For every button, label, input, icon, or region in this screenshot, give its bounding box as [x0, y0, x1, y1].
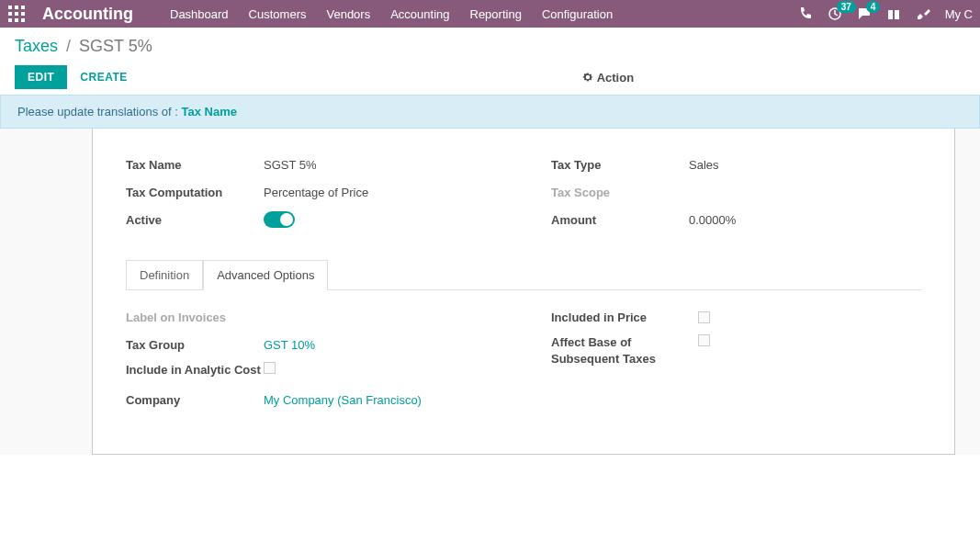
included-price-label: Included in Price	[551, 311, 698, 324]
included-price-checkbox[interactable]	[698, 311, 710, 323]
field-tax-type: Tax Type Sales	[551, 154, 921, 175]
tax-name-label: Tax Name	[126, 158, 264, 172]
field-tax-group: Tax Group GST 10%	[126, 334, 496, 355]
field-company: Company My Company (San Francisco)	[126, 390, 496, 410]
messages-badge: 4	[866, 1, 881, 13]
active-label: Active	[126, 213, 264, 227]
action-label: Action	[597, 71, 634, 85]
alert-link[interactable]: Tax Name	[182, 105, 237, 119]
tabs: Definition Advanced Options	[126, 259, 921, 290]
svg-rect-0	[8, 6, 12, 9]
amount-label: Amount	[551, 213, 689, 227]
field-amount: Amount 0.0000%	[551, 209, 921, 230]
messages-icon[interactable]: 4	[857, 6, 872, 21]
field-tax-computation: Tax Computation Percentage of Price	[126, 182, 496, 202]
action-dropdown[interactable]: Action	[582, 71, 634, 85]
activity-icon[interactable]: 37	[828, 6, 842, 21]
nav-reporting[interactable]: Reporting	[470, 7, 522, 21]
control-panel: Taxes / SGST 5% EDIT CREATE Action	[0, 28, 980, 89]
tools-icon[interactable]	[916, 6, 930, 21]
svg-rect-8	[21, 18, 25, 22]
form-col-right: Tax Type Sales Tax Scope Amount 0.0000%	[551, 154, 921, 237]
breadcrumb: Taxes / SGST 5%	[15, 37, 965, 56]
translation-alert: Please update translations of : Tax Name	[0, 95, 980, 129]
form-sheet: Tax Name SGST 5% Tax Computation Percent…	[92, 129, 955, 455]
phone-icon[interactable]	[798, 6, 813, 21]
svg-rect-5	[21, 12, 25, 16]
sheet-background: Tax Name SGST 5% Tax Computation Percent…	[0, 129, 980, 455]
alert-text: Please update translations of :	[17, 105, 182, 119]
active-toggle[interactable]	[264, 211, 295, 228]
tax-group-label: Tax Group	[126, 338, 264, 352]
create-button[interactable]: CREATE	[67, 65, 140, 89]
amount-value: 0.0000%	[689, 213, 736, 227]
tax-computation-value: Percentage of Price	[264, 186, 368, 199]
nav-menu: Dashboard Customers Vendors Accounting R…	[170, 7, 798, 21]
label-invoices-label: Label on Invoices	[126, 311, 264, 324]
include-analytic-label: Include in Analytic Cost	[126, 362, 264, 378]
gear-icon	[582, 72, 593, 83]
form-col-left: Tax Name SGST 5% Tax Computation Percent…	[126, 154, 496, 237]
affect-base-checkbox[interactable]	[698, 334, 710, 346]
top-navbar: Accounting Dashboard Customers Vendors A…	[0, 0, 980, 28]
tax-type-label: Tax Type	[551, 158, 689, 172]
svg-rect-7	[15, 18, 18, 22]
app-brand[interactable]: Accounting	[42, 5, 133, 24]
nav-vendors[interactable]: Vendors	[326, 7, 370, 21]
tab-definition[interactable]: Definition	[126, 260, 203, 290]
tax-scope-label: Tax Scope	[551, 186, 689, 199]
field-include-analytic: Include in Analytic Cost	[126, 362, 496, 382]
user-menu[interactable]: My C	[945, 7, 973, 21]
edit-button[interactable]: EDIT	[15, 65, 67, 89]
svg-rect-1	[15, 6, 18, 9]
breadcrumb-current: SGST 5%	[79, 37, 152, 55]
nav-customers[interactable]: Customers	[249, 7, 307, 21]
svg-rect-6	[8, 18, 12, 22]
svg-rect-2	[21, 6, 25, 9]
action-row: EDIT CREATE Action	[15, 65, 965, 89]
field-label-invoices: Label on Invoices	[126, 307, 496, 327]
svg-rect-12	[893, 10, 895, 19]
breadcrumb-separator: /	[66, 37, 71, 55]
tax-type-value: Sales	[689, 158, 719, 172]
affect-base-label: Affect Base of Subsequent Taxes	[551, 334, 698, 367]
svg-rect-3	[8, 12, 12, 16]
nav-systray: 37 4 My C	[798, 6, 973, 21]
tax-computation-label: Tax Computation	[126, 186, 264, 199]
field-active: Active	[126, 209, 496, 230]
company-label: Company	[126, 393, 264, 407]
apps-icon[interactable]	[7, 5, 26, 23]
field-affect-base: Affect Base of Subsequent Taxes	[551, 334, 921, 367]
nav-dashboard[interactable]: Dashboard	[170, 7, 229, 21]
nav-accounting[interactable]: Accounting	[390, 7, 449, 21]
svg-rect-4	[15, 12, 18, 16]
activity-badge: 37	[837, 1, 856, 13]
tax-name-value: SGST 5%	[264, 158, 317, 172]
form-top-grid: Tax Name SGST 5% Tax Computation Percent…	[126, 154, 921, 237]
toggle-knob	[280, 213, 293, 226]
company-value[interactable]: My Company (San Francisco)	[264, 393, 422, 407]
field-included-price: Included in Price	[551, 307, 921, 327]
advanced-col-right: Included in Price Affect Base of Subsequ…	[551, 307, 921, 417]
nav-configuration[interactable]: Configuration	[542, 7, 613, 21]
advanced-col-left: Label on Invoices Tax Group GST 10% Incl…	[126, 307, 496, 417]
tab-advanced-options[interactable]: Advanced Options	[203, 260, 328, 290]
field-tax-name: Tax Name SGST 5%	[126, 154, 496, 175]
tax-group-value[interactable]: GST 10%	[264, 338, 315, 352]
field-tax-scope: Tax Scope	[551, 182, 921, 202]
breadcrumb-parent[interactable]: Taxes	[15, 37, 58, 55]
include-analytic-checkbox[interactable]	[264, 362, 276, 374]
tab-advanced-content: Label on Invoices Tax Group GST 10% Incl…	[126, 307, 921, 417]
gift-icon[interactable]	[886, 6, 901, 21]
